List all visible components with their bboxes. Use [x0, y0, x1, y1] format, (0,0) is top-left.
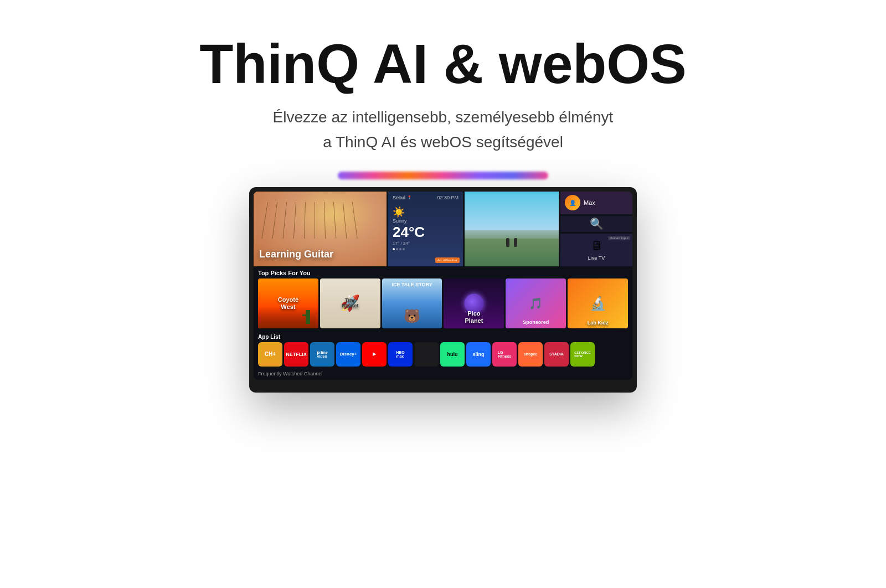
live-tv-tile[interactable]: Recent Input 🖥 Live TV [560, 234, 632, 266]
pick-coyote-west[interactable]: CoyoteWest [258, 278, 318, 328]
tv-stand [426, 380, 460, 385]
user-avatar: 👤 [565, 195, 580, 210]
user-tile[interactable]: 👤 Max [560, 192, 632, 214]
app-hulu[interactable]: hulu [440, 342, 465, 367]
pick-sponsored[interactable]: 🎵 Sponsored [506, 278, 566, 328]
search-icon: 🔍 [590, 217, 604, 230]
weather-range: 17° / 24° [393, 241, 459, 246]
search-tile[interactable]: 🔍 [560, 216, 632, 232]
pick-ice-tale[interactable]: ICE TALE STORY 🐻 [382, 278, 442, 328]
pick-ice-tale-title: ICE TALE STORY [382, 282, 442, 287]
hero-tile[interactable]: Learning Guitar [254, 192, 387, 266]
right-tiles: 👤 Max 🔍 Recent Input 🖥 Live TV [560, 192, 632, 266]
app-netflix[interactable]: NETFLIX [284, 342, 308, 367]
title-light: & webOS [428, 33, 687, 95]
tv-container: Learning Guitar Seoul 02:30 PM ☀️ Sunny … [249, 187, 637, 393]
lab-kidz-visual: 🔬 [590, 296, 606, 311]
tv-base [415, 385, 471, 388]
frequently-watched: Frequently Watched Channel [254, 369, 632, 380]
scenery-tile [465, 192, 559, 266]
pick-tiny-rocket[interactable]: 🚀 TinyRocket [320, 278, 380, 328]
recent-input-badge: Recent Input [608, 236, 630, 240]
app-youtube[interactable]: ▶ [362, 342, 387, 367]
app-icons-row: CH+ NETFLIX primevideo Disney+ ▶ HBOmax … [258, 342, 628, 367]
app-shopee[interactable]: shopee [518, 342, 543, 367]
app-hbomax[interactable]: HBOmax [388, 342, 413, 367]
subtitle-line2: a ThinQ AI és webOS segítségével [323, 133, 563, 151]
app-apple[interactable] [414, 342, 439, 367]
title-bold: ThinQ AI [199, 33, 428, 95]
app-list-section: App List CH+ NETFLIX primevideo Disney+ … [254, 332, 632, 369]
top-row: Learning Guitar Seoul 02:30 PM ☀️ Sunny … [254, 192, 632, 266]
tv-wrapper: Learning Guitar Seoul 02:30 PM ☀️ Sunny … [0, 172, 886, 393]
app-disney[interactable]: Disney+ [336, 342, 360, 367]
app-prime[interactable]: primevideo [310, 342, 334, 367]
app-list-label: App List [258, 334, 628, 340]
scenery-figures [506, 238, 517, 247]
tv-screen: Learning Guitar Seoul 02:30 PM ☀️ Sunny … [254, 192, 632, 380]
page-header: ThinQ AI & webOS Élvezze az intelligense… [0, 0, 886, 172]
sponsored-label: Sponsored [506, 319, 566, 325]
app-ch[interactable]: CH+ [258, 342, 282, 367]
app-stadia[interactable]: STADIA [544, 342, 569, 367]
weather-condition: Sunny [393, 218, 459, 224]
pick-lab-kidz[interactable]: 🔬 Lab Kidz [568, 278, 628, 328]
pick-tiny-rocket-title: TinyRocket [342, 297, 358, 310]
weather-dots [393, 248, 459, 250]
picks-row: CoyoteWest 🚀 TinyRocket ICE TALE STORY 🐻… [254, 278, 632, 332]
pick-pico-planet[interactable]: PicoPlanet [444, 278, 504, 328]
accuweather-badge: AccuWeather [435, 257, 460, 263]
top-picks-label: Top Picks For You [254, 266, 632, 278]
live-tv-label: Live TV [588, 255, 605, 261]
pick-lab-kidz-title: Lab Kidz [588, 320, 609, 326]
glow-bar [338, 172, 548, 179]
app-lgfitness[interactable]: LGFitness [492, 342, 517, 367]
main-title: ThinQ AI & webOS [11, 33, 875, 94]
app-sling[interactable]: sling [466, 342, 491, 367]
weather-tile[interactable]: Seoul 02:30 PM ☀️ Sunny 24°C 17° / 24° A… [388, 192, 463, 266]
weather-icon: ☀️ [393, 206, 459, 218]
weather-time: 02:30 PM [437, 195, 459, 200]
pick-coyote-title: CoyoteWest [278, 296, 298, 310]
hero-title: Learning Guitar [259, 249, 333, 261]
subtitle-line1: Élvezze az intelligensebb, személyesebb … [273, 109, 614, 126]
scenery-sky [465, 192, 559, 230]
live-tv-icon: 🖥 [590, 239, 602, 253]
weather-temp: 24°C [393, 224, 459, 241]
app-geforce[interactable]: GEFORCENOW [570, 342, 595, 367]
bear-icon: 🐻 [404, 308, 420, 324]
sponsored-visual: 🎵 [529, 297, 543, 310]
subtitle: Élvezze az intelligensebb, személyesebb … [11, 105, 875, 155]
weather-city: Seoul [393, 195, 412, 200]
pick-pico-title: PicoPlanet [465, 310, 483, 324]
user-name: Max [584, 199, 628, 206]
coyote-cactus [306, 310, 310, 324]
